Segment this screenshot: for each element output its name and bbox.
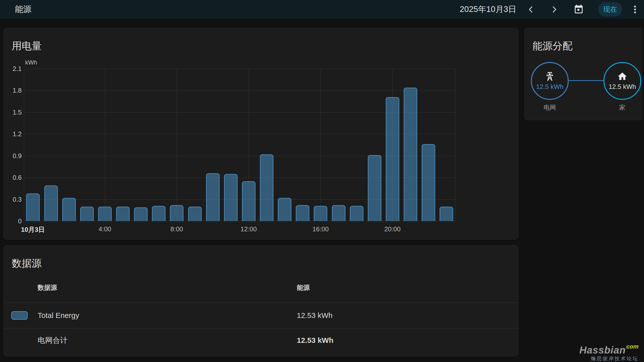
y-tick-label: 1.5	[13, 108, 22, 116]
usage-bar[interactable]	[314, 206, 327, 221]
v-gridline	[105, 69, 105, 221]
app-header: 能源 2025年10月3日 现在	[0, 0, 644, 19]
kebab-menu-icon	[630, 4, 640, 15]
y-tick-label: 1.8	[13, 87, 22, 94]
x-tick-label: 16:00	[312, 225, 329, 233]
now-button[interactable]: 现在	[598, 2, 622, 16]
usage-bar[interactable]	[80, 207, 94, 221]
calendar-button[interactable]	[573, 2, 585, 17]
usage-bar-chart[interactable]	[24, 69, 455, 221]
usage-bar[interactable]	[170, 205, 184, 221]
grid-node: 12.5 kWh 电网	[530, 62, 570, 111]
usage-card: 用电量 kWh 2.11.81.51.20.90.60.30 10月3日4:00…	[4, 28, 518, 240]
calendar-icon	[574, 4, 584, 15]
total-row-value: 12.53 kWh	[297, 336, 334, 345]
usage-bar[interactable]	[278, 198, 291, 221]
usage-bar[interactable]	[404, 88, 417, 221]
y-axis-unit: kWh	[25, 59, 37, 66]
source-name: Total Energy	[38, 311, 79, 320]
y-tick-label: 0.9	[13, 152, 22, 160]
watermark-brand-line: Hassbiancom	[580, 345, 638, 355]
usage-bar[interactable]	[134, 207, 148, 221]
overflow-menu-button[interactable]	[630, 2, 640, 17]
y-tick-label: 1.2	[13, 130, 22, 138]
usage-bar[interactable]	[188, 207, 202, 221]
y-tick-label: 0.3	[13, 195, 22, 203]
chevron-right-icon	[549, 4, 560, 15]
transmission-tower-icon	[544, 71, 555, 82]
home-circle[interactable]: 12.5 kWh	[604, 62, 641, 100]
distribution-nodes: 12.5 kWh 电网 12.5 kWh 家	[530, 62, 642, 119]
column-header-source: 数据源	[38, 283, 57, 292]
usage-bar[interactable]	[44, 185, 58, 221]
home-node-label: 家	[603, 103, 642, 111]
usage-bar[interactable]	[260, 154, 274, 221]
y-tick-label: 0	[18, 217, 22, 225]
h-gridline	[24, 90, 455, 91]
grid-energy-value: 12.5 kWh	[536, 83, 564, 91]
series-color-swatch	[11, 311, 28, 320]
x-tick-label: 12:00	[240, 225, 257, 233]
usage-bar[interactable]	[440, 207, 453, 221]
home-icon	[617, 71, 628, 82]
usage-bar[interactable]	[98, 207, 112, 221]
home-node: 12.5 kWh 家	[603, 62, 642, 111]
usage-bar[interactable]	[386, 97, 399, 221]
y-tick-label: 2.1	[13, 65, 22, 73]
usage-bar[interactable]	[296, 205, 309, 221]
x-tick-label: 4:00	[98, 225, 111, 233]
grid-home-flow-line	[569, 80, 604, 81]
table-row-total: 电网合计 12.53 kWh	[4, 328, 518, 352]
header-controls: 2025年10月3日 现在	[460, 2, 640, 17]
energy-dashboard: 能源 2025年10月3日 现在	[0, 0, 644, 362]
table-header-row: 数据源 能源	[4, 283, 518, 293]
table-row: Total Energy 12.53 kWh	[4, 303, 518, 328]
total-row-label: 电网合计	[38, 335, 68, 345]
grid-node-label: 电网	[530, 103, 570, 111]
x-tick-label: 8:00	[170, 225, 183, 233]
data-sources-card: 数据源 数据源 能源 Total Energy 12.53 kWh 电网合计 1…	[4, 245, 518, 356]
sources-card-title: 数据源	[12, 256, 42, 270]
x-tick-label: 10月3日	[21, 225, 44, 234]
usage-bar[interactable]	[422, 144, 435, 221]
watermark-brand: Hassbian	[580, 345, 626, 356]
y-axis: 2.11.81.51.20.90.60.30	[4, 69, 22, 221]
y-tick-label: 0.6	[13, 174, 22, 181]
usage-bar[interactable]	[206, 173, 220, 221]
page-title: 能源	[15, 4, 32, 15]
watermark: Hassbiancom 瀚思彼岸技术论坛	[580, 345, 638, 361]
grid-circle[interactable]: 12.5 kWh	[531, 62, 569, 100]
usage-bar[interactable]	[350, 206, 363, 221]
usage-bar[interactable]	[62, 198, 76, 221]
usage-bar[interactable]	[152, 206, 166, 221]
prev-period-button[interactable]	[525, 2, 537, 17]
next-period-button[interactable]	[548, 2, 560, 17]
usage-bar[interactable]	[368, 155, 381, 221]
usage-card-title: 用电量	[12, 39, 42, 53]
usage-bar[interactable]	[116, 207, 130, 221]
usage-bar[interactable]	[242, 181, 256, 221]
distribution-card-title: 能源分配	[532, 39, 572, 53]
column-header-energy: 能源	[297, 283, 310, 292]
v-gridline	[177, 69, 177, 221]
chevron-left-icon	[525, 4, 536, 15]
watermark-subtitle: 瀚思彼岸技术论坛	[580, 356, 638, 361]
home-energy-value: 12.5 kWh	[608, 83, 636, 91]
distribution-card: 能源分配 12.5 kWh 电网	[524, 28, 642, 120]
x-axis: 10月3日4:008:0012:0016:0020:00	[24, 225, 455, 235]
x-tick-label: 20:00	[384, 225, 400, 233]
v-gridline	[320, 69, 321, 221]
usage-bar[interactable]	[332, 205, 346, 221]
source-energy-value: 12.53 kWh	[297, 311, 332, 320]
usage-bar[interactable]	[224, 174, 238, 221]
watermark-tld: com	[626, 344, 638, 350]
usage-bar[interactable]	[26, 193, 40, 221]
date-range-label: 2025年10月3日	[460, 4, 516, 15]
